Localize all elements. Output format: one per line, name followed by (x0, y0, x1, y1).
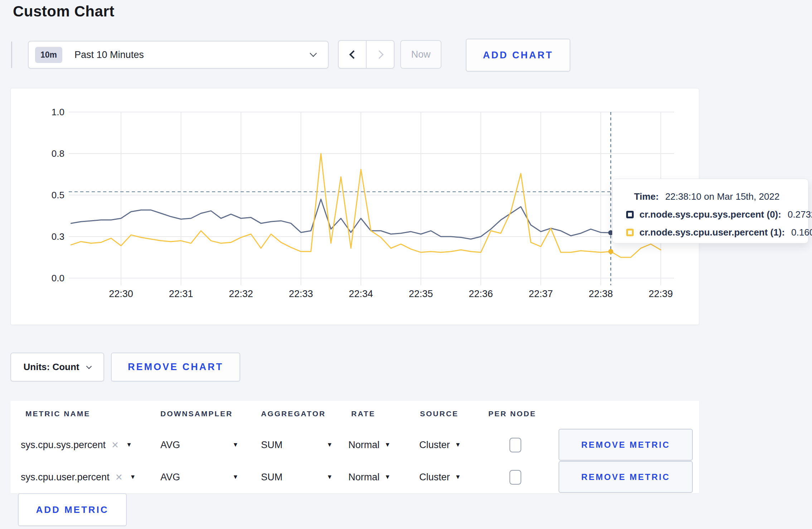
col-header-downsampler: DOWNSAMPLER (160, 409, 233, 418)
tooltip-time-value: 22:38:10 on Mar 15th, 2022 (665, 191, 779, 202)
page-title: Custom Chart (13, 3, 115, 20)
chevron-left-icon (349, 50, 358, 59)
caret-down-icon: ▼ (232, 474, 238, 481)
chevron-down-icon (310, 50, 317, 57)
tooltip-series-user-label: cr.node.sys.cpu.user.percent (1): (639, 227, 785, 238)
time-range-label: Past 10 Minutes (74, 49, 311, 60)
per-node-checkbox[interactable] (509, 470, 521, 485)
add-chart-button[interactable]: ADD CHART (466, 39, 570, 72)
add-chart-label: ADD CHART (483, 50, 553, 61)
metric-name-cell: sys.cpu.user.percent ✕ ▼ (21, 461, 136, 493)
series-sys-legend-icon (626, 211, 634, 218)
time-forward-button[interactable] (366, 40, 395, 69)
remove-metric-button[interactable]: REMOVE METRIC (559, 461, 693, 493)
col-header-rate: RATE (351, 409, 376, 418)
source-select[interactable]: Cluster ▼ (419, 429, 461, 461)
downsampler-select[interactable]: AVG ▼ (160, 461, 238, 493)
caret-down-icon: ▼ (327, 474, 333, 481)
chart-tooltip: Time: 22:38:10 on Mar 15th, 2022 cr.node… (612, 179, 808, 243)
metric-name-dropdown-icon[interactable]: ▼ (126, 441, 132, 448)
time-range-dropdown[interactable]: 10m Past 10 Minutes (28, 41, 329, 69)
remove-chart-button[interactable]: REMOVE CHART (111, 353, 240, 382)
col-header-metric-name: METRIC NAME (25, 409, 90, 418)
caret-down-icon: ▼ (327, 441, 333, 448)
now-button[interactable]: Now (400, 40, 441, 69)
units-label: Units: Count (24, 361, 79, 373)
time-nav-group (338, 40, 395, 69)
caret-down-icon: ▼ (455, 441, 461, 448)
metrics-table: METRIC NAME DOWNSAMPLER AGGREGATOR RATE … (10, 401, 699, 493)
source-select[interactable]: Cluster ▼ (419, 461, 461, 493)
remove-chart-label: REMOVE CHART (128, 361, 223, 373)
series-user-legend-icon (626, 229, 634, 236)
col-header-aggregator: AGGREGATOR (261, 409, 326, 418)
metric-name-cell: sys.cpu.sys.percent ✕ ▼ (21, 429, 132, 461)
downsampler-select[interactable]: AVG ▼ (160, 429, 238, 461)
tooltip-series-sys-value: 0.2732 (788, 209, 812, 220)
tooltip-series-user-value: 0.1601 (791, 227, 812, 238)
add-metric-label: ADD METRIC (36, 504, 108, 515)
metric-name-dropdown-icon[interactable]: ▼ (130, 474, 136, 481)
remove-metric-button[interactable]: REMOVE METRIC (559, 429, 693, 461)
chart-card (10, 88, 699, 325)
aggregator-select[interactable]: SUM ▼ (261, 429, 333, 461)
aggregator-select[interactable]: SUM ▼ (261, 461, 333, 493)
col-header-source: SOURCE (420, 409, 459, 418)
now-button-label: Now (411, 49, 430, 60)
col-header-per-node: PER NODE (488, 409, 536, 418)
chevron-down-icon (86, 363, 92, 369)
units-dropdown[interactable]: Units: Count (10, 353, 104, 382)
tooltip-time-label: Time: (634, 191, 659, 202)
time-range-badge: 10m (35, 47, 62, 63)
caret-down-icon: ▼ (232, 441, 238, 448)
remove-metric-name-icon[interactable]: ✕ (115, 472, 123, 482)
caret-down-icon: ▼ (455, 474, 461, 481)
tooltip-series-sys-label: cr.node.sys.cpu.sys.percent (0): (639, 209, 781, 220)
add-metric-button[interactable]: ADD METRIC (18, 493, 127, 526)
chevron-right-icon (375, 50, 383, 59)
caret-down-icon: ▼ (385, 441, 391, 448)
toolbar-divider (11, 42, 12, 68)
remove-metric-name-icon[interactable]: ✕ (111, 440, 119, 450)
time-back-button[interactable] (338, 40, 366, 69)
rate-select[interactable]: Normal ▼ (348, 429, 391, 461)
rate-select[interactable]: Normal ▼ (348, 461, 391, 493)
caret-down-icon: ▼ (385, 474, 391, 481)
per-node-checkbox[interactable] (509, 438, 521, 452)
